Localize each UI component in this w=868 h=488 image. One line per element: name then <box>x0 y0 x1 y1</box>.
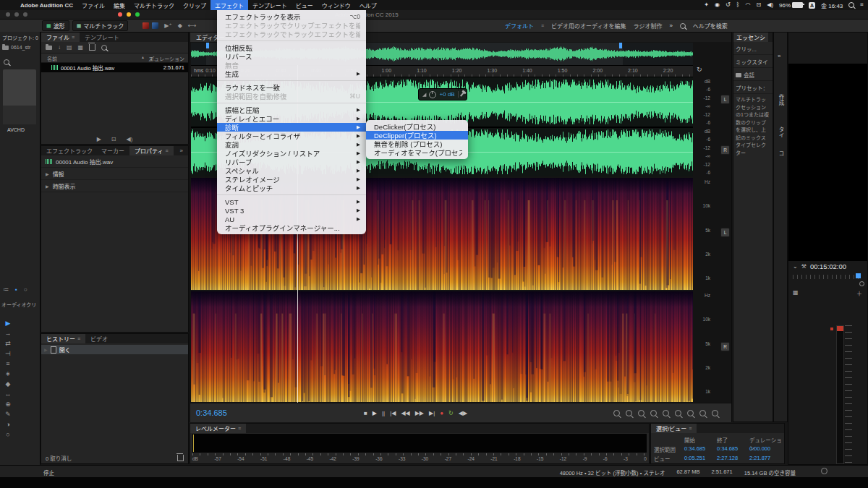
go-to-end-button[interactable]: ▶| <box>429 410 435 416</box>
files-search-icon[interactable] <box>101 45 107 51</box>
volume-icon[interactable]: ◀) <box>767 2 773 8</box>
video-monitor[interactable] <box>788 64 867 261</box>
pencil-tool-icon[interactable]: ✎ <box>5 411 11 418</box>
zoom-in-selection-icon[interactable] <box>638 410 644 416</box>
output-level-meter[interactable] <box>836 325 844 464</box>
zoom-in-time-icon[interactable] <box>613 410 620 416</box>
airplay-icon[interactable]: ⊡ <box>757 2 762 8</box>
menubar-clock[interactable]: 金 16:43 <box>821 1 843 9</box>
zoom-out-time-icon[interactable] <box>626 410 632 416</box>
slip-tool-icon[interactable]: ⇄ <box>5 340 11 347</box>
view-range-end-handle[interactable] <box>619 43 622 48</box>
time-machine-icon[interactable]: ↺ <box>726 2 731 8</box>
tabbar-overflow-chevron[interactable]: » <box>175 146 188 155</box>
new-file-icon[interactable]: ▤ <box>67 44 72 51</box>
video-marker-circle[interactable] <box>859 281 864 286</box>
channel-badge-left[interactable]: L <box>720 228 730 237</box>
channel-badge-left[interactable]: L <box>720 95 730 104</box>
skip-selection-button[interactable]: ◀▶ <box>459 410 467 416</box>
meter-clip-indicator[interactable] <box>830 328 833 330</box>
minimize-window-button[interactable] <box>127 12 131 17</box>
project-folder-item[interactable]: 0614_str <box>2 45 30 50</box>
preview-loop-icon[interactable]: ⊡ <box>111 136 116 142</box>
collapsed-tab-time[interactable]: タイ <box>777 127 785 139</box>
menubar-item-0[interactable]: Adobe Audition CC <box>16 0 77 10</box>
menu-item-23[interactable]: VST▶ <box>217 197 366 206</box>
selection-duration[interactable]: 0:00.000 <box>749 445 782 453</box>
sort-ascending-icon[interactable]: ▲ <box>141 55 145 59</box>
project-search-icon[interactable] <box>4 59 9 66</box>
video-settings-wrench-icon[interactable]: ⚒ <box>801 263 807 270</box>
spectral-display-icon[interactable] <box>142 22 149 29</box>
bluetooth-icon[interactable]: ᛒ <box>736 2 740 8</box>
zoom-tool-icon[interactable]: ○ <box>6 431 9 438</box>
tab-essential-sound[interactable]: エッセンシ <box>733 33 768 42</box>
delete-file-icon[interactable] <box>89 44 95 51</box>
menubar-item-1[interactable]: ファイル <box>77 0 109 10</box>
fast-forward-button[interactable]: ▶▶ <box>415 410 424 416</box>
menubar-item-5[interactable]: エフェクト <box>210 0 248 10</box>
collapsed-tab-chord[interactable]: コ <box>777 150 785 157</box>
gain-hud[interactable]: ◢ +0 dB <box>418 88 467 100</box>
submenu-item-3[interactable]: オーディオをマーク(プロセス) <box>366 148 468 157</box>
menubar-item-7[interactable]: ビュー <box>292 0 318 10</box>
gain-value[interactable]: +0 dB <box>439 91 454 98</box>
input-source-indicator[interactable]: A <box>809 2 815 9</box>
menubar-item-3[interactable]: マルチトラック <box>129 0 179 10</box>
notification-center-icon[interactable]: ≡ <box>860 2 864 8</box>
essential-item-mixtype[interactable]: ミックスタイ <box>733 55 773 68</box>
menu-item-21[interactable]: タイムとピッチ▶ <box>217 184 366 192</box>
pause-button[interactable]: || <box>382 410 385 416</box>
dialogue-button[interactable]: 会話 <box>733 68 773 81</box>
tab-templates[interactable]: テンプレート <box>80 33 124 42</box>
zoom-in-amplitude-icon[interactable] <box>675 410 681 416</box>
zoom-reset-icon[interactable] <box>663 410 669 416</box>
menu-item-26[interactable]: オーディオプラグインマネージャー... <box>217 223 366 232</box>
section-info[interactable]: ▶ 情報 <box>41 168 188 180</box>
multi-razor-tool-icon[interactable]: ≡ <box>6 360 9 367</box>
record-button[interactable]: ● <box>440 410 443 416</box>
playback-time-display[interactable]: 0:34.685 <box>196 408 227 417</box>
move-tool-icon[interactable]: ▶⁺ <box>164 22 171 29</box>
workspace-overflow-chevron[interactable]: » <box>669 22 672 29</box>
view-range-start-handle[interactable] <box>206 43 209 48</box>
menu-item-7[interactable]: 生成▶ <box>217 69 366 78</box>
zoom-out-selection-icon[interactable] <box>650 410 657 416</box>
zoom-full-icon[interactable] <box>712 410 718 416</box>
app-status-icon[interactable]: ◉ <box>715 2 720 8</box>
video-scrub-slider[interactable] <box>793 275 862 279</box>
loop-option-icon[interactable]: ○ <box>24 286 27 293</box>
selection-end[interactable]: 0:34.685 <box>717 445 749 453</box>
rewind-button[interactable]: ◀◀ <box>401 410 409 416</box>
tab-files[interactable]: ファイル≡ <box>41 33 80 42</box>
stop-button[interactable]: ■ <box>364 410 367 416</box>
column-name[interactable]: 名前 <box>47 55 57 62</box>
zoom-out-amplitude-icon[interactable] <box>687 410 694 416</box>
properties-file-row[interactable]: 00001 Audio 抽出.wav <box>41 155 188 168</box>
section-time-display[interactable]: ▶ 時間表示 <box>41 180 188 192</box>
blade-tool-icon[interactable]: ◆ <box>6 380 11 388</box>
menubar-item-4[interactable]: クリップ <box>179 0 210 10</box>
view-duration[interactable]: 2:21.877 <box>749 455 782 463</box>
workspace-selector[interactable]: デフォルト <box>505 22 534 30</box>
play-button[interactable]: ▶ <box>373 410 377 416</box>
spectral-pitch-display-icon[interactable] <box>152 22 158 29</box>
media-browser-icon[interactable]: ▦ <box>78 44 84 51</box>
battery-indicator[interactable]: 96% <box>779 2 803 9</box>
tab-video[interactable]: ビデオ <box>85 334 113 343</box>
workspace-item-video[interactable]: ビデオ用のオーディオを編集 <box>551 22 626 30</box>
scrub-handle[interactable] <box>856 273 861 278</box>
tab-markers[interactable]: マーカー <box>96 146 129 155</box>
workspace-menu-icon[interactable]: ≡ <box>541 23 544 28</box>
close-window-button[interactable] <box>118 12 122 17</box>
channel-badge-right[interactable]: R <box>720 342 730 351</box>
zoom-to-selection-icon[interactable] <box>699 410 706 416</box>
zoom-window-button[interactable] <box>135 12 140 17</box>
hand-tool-icon[interactable]: ◑ <box>6 421 9 428</box>
preset-label[interactable]: プリセット： <box>733 81 773 94</box>
selection-start[interactable]: 0:34.685 <box>684 445 717 453</box>
tab-effects-rack[interactable]: エフェクトラック <box>41 146 96 155</box>
video-dropdown-chevron[interactable]: ⌄ <box>793 263 798 270</box>
help-search-input[interactable]: ヘルプを検索 <box>693 22 728 30</box>
pin-icon[interactable] <box>460 92 464 97</box>
